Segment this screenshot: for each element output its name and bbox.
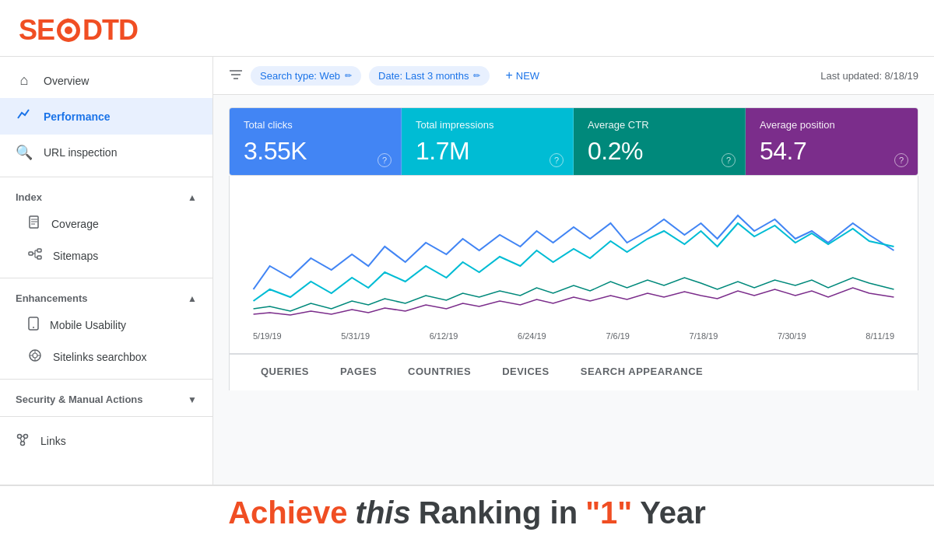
x-label-2: 6/12/19: [430, 331, 458, 341]
divider-2: [0, 278, 212, 278]
sidebar-section-index[interactable]: Index ▲: [0, 184, 212, 208]
logo-dtd: DTD: [83, 14, 138, 47]
info-icon-1: ?: [377, 153, 392, 167]
x-label-4: 7/6/19: [606, 331, 630, 341]
links-icon: [16, 432, 30, 449]
x-label-6: 7/30/19: [778, 331, 806, 341]
svg-point-25: [24, 435, 28, 439]
svg-point-24: [18, 435, 22, 439]
svg-point-2: [65, 26, 72, 34]
clicks-value: 3.55K: [244, 137, 387, 166]
sitemaps-icon: [28, 247, 42, 264]
sidebar-item-mobile-usability[interactable]: Mobile Usability: [0, 309, 212, 341]
sidebar: ⌂ Overview Performance 🔍 URL inspection …: [0, 57, 213, 485]
sidebar-item-sitemaps[interactable]: Sitemaps: [0, 240, 212, 271]
new-button[interactable]: + NEW: [497, 65, 547, 86]
coverage-icon: [28, 215, 40, 232]
svg-point-19: [33, 353, 37, 358]
impressions-label: Total impressions: [416, 119, 559, 131]
banner-part2: this: [356, 495, 411, 530]
banner-part1: Achieve: [228, 495, 347, 530]
logo-target-icon: [55, 17, 82, 44]
x-label-0: 5/19/19: [253, 331, 282, 341]
home-icon: ⌂: [16, 72, 33, 89]
edit-icon-2: ✏: [473, 71, 480, 81]
chart-area: 5/19/19 5/31/19 6/12/19 6/24/19 7/6/19 7…: [229, 176, 918, 354]
sidebar-item-sitelinks-searchbox[interactable]: Sitelinks searchbox: [0, 341, 212, 373]
sidebar-overview-label: Overview: [44, 75, 89, 87]
sidebar-item-performance[interactable]: Performance: [0, 98, 212, 135]
divider-4: [0, 416, 212, 417]
last-updated: Last updated: 8/18/19: [820, 70, 918, 82]
tab-search-appearance[interactable]: SEARCH APPEARANCE: [565, 355, 719, 390]
svg-line-28: [20, 438, 22, 442]
enhancements-section-label: Enhancements: [16, 292, 87, 304]
sidebar-sitemaps-label: Sitemaps: [53, 250, 98, 262]
sidebar-section-security[interactable]: Security & Manual Actions ▼: [0, 386, 212, 410]
chevron-up-icon-2: ▲: [188, 293, 197, 304]
x-axis: 5/19/19 5/31/19 6/12/19 6/24/19 7/6/19 7…: [245, 328, 902, 347]
stat-card-impressions[interactable]: Total impressions 1.7M ?: [402, 108, 574, 175]
sidebar-sitelinks-label: Sitelinks searchbox: [53, 351, 147, 363]
banner-part5: Year: [640, 495, 706, 530]
main-content: Search type: Web ✏ Date: Last 3 months ✏…: [213, 57, 934, 485]
sitelinks-icon: [28, 348, 42, 365]
tab-bar: QUERIES PAGES COUNTRIES DEVICES SEARCH A…: [229, 354, 918, 390]
main-layout: ⌂ Overview Performance 🔍 URL inspection …: [0, 57, 934, 485]
index-section-label: Index: [16, 191, 42, 203]
performance-icon: [16, 107, 33, 125]
svg-rect-9: [29, 252, 33, 255]
search-type-label: Search type: Web: [260, 70, 340, 82]
tab-queries[interactable]: QUERIES: [245, 355, 325, 390]
stat-card-clicks[interactable]: Total clicks 3.55K ?: [230, 108, 402, 175]
filter-icon: [229, 68, 243, 84]
date-label: Date: Last 3 months: [378, 70, 469, 82]
sidebar-links-label: Links: [40, 435, 66, 447]
x-label-5: 7/18/19: [690, 331, 718, 341]
bottom-banner: Achieve this Ranking in "1" Year: [0, 485, 934, 540]
search-type-chip[interactable]: Search type: Web ✏: [251, 66, 361, 86]
position-value: 54.7: [760, 137, 904, 166]
stats-section: Total clicks 3.55K ? Total impressions 1…: [213, 95, 934, 176]
position-label: Average position: [760, 119, 904, 131]
tab-countries[interactable]: COUNTRIES: [392, 355, 486, 390]
sidebar-item-url-inspection[interactable]: 🔍 URL inspection: [0, 135, 212, 170]
tab-devices[interactable]: DEVICES: [486, 355, 565, 390]
chevron-up-icon: ▲: [188, 192, 197, 203]
tab-pages[interactable]: PAGES: [325, 355, 392, 390]
x-label-1: 5/31/19: [341, 331, 370, 341]
clicks-label: Total clicks: [244, 119, 387, 131]
logo: SE DTD: [19, 14, 915, 47]
mobile-icon: [28, 317, 39, 333]
svg-point-26: [21, 442, 25, 446]
sidebar-performance-label: Performance: [44, 110, 111, 123]
x-label-7: 8/11/19: [866, 331, 894, 341]
ctr-value: 0.2%: [588, 137, 731, 166]
svg-rect-10: [37, 249, 41, 252]
sidebar-item-overview[interactable]: ⌂ Overview: [0, 63, 212, 98]
svg-point-17: [33, 327, 34, 328]
ctr-label: Average CTR: [588, 119, 731, 131]
svg-line-29: [23, 438, 25, 442]
impressions-value: 1.7M: [416, 137, 559, 166]
chevron-down-icon: ▼: [188, 394, 197, 405]
plus-icon: +: [505, 68, 512, 82]
new-label: NEW: [516, 70, 539, 82]
chart-svg: [245, 188, 902, 328]
banner-part3: Ranking in: [419, 495, 578, 530]
sidebar-section-enhancements[interactable]: Enhancements ▲: [0, 285, 212, 309]
svg-rect-11: [37, 256, 41, 259]
stat-card-ctr[interactable]: Average CTR 0.2% ?: [574, 108, 746, 175]
divider-3: [0, 379, 212, 380]
sidebar-item-coverage[interactable]: Coverage: [0, 208, 212, 240]
stat-card-position[interactable]: Average position 54.7 ?: [746, 108, 918, 175]
info-icon-3: ?: [722, 153, 736, 167]
date-chip[interactable]: Date: Last 3 months ✏: [369, 66, 490, 86]
info-icon-4: ?: [894, 153, 908, 167]
sidebar-url-inspection-label: URL inspection: [44, 146, 117, 159]
x-label-3: 6/24/19: [518, 331, 546, 341]
edit-icon-1: ✏: [345, 71, 352, 81]
sidebar-item-links[interactable]: Links: [0, 423, 212, 458]
stats-cards: Total clicks 3.55K ? Total impressions 1…: [229, 107, 918, 176]
divider-1: [0, 177, 212, 177]
